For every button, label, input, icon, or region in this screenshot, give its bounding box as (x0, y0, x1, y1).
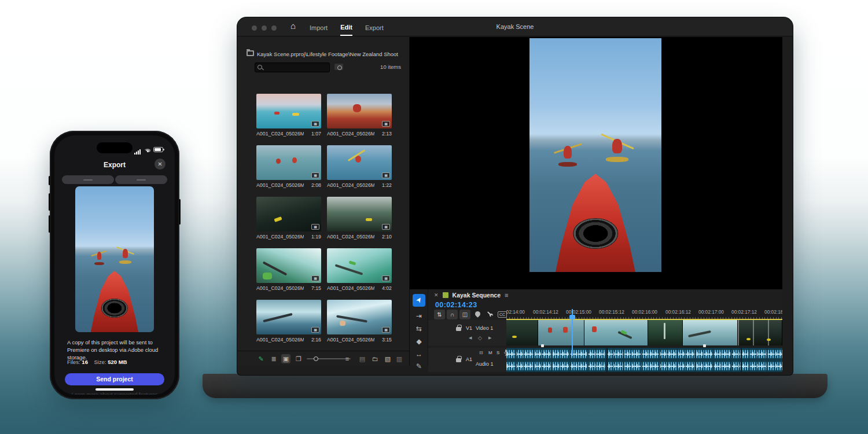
clip-duration: 2:08 (311, 182, 321, 188)
rectangle-tool[interactable]: ▭ (413, 373, 425, 375)
clip-thumbnail[interactable]: ▦ (327, 300, 392, 334)
audio-gain-badge-icon (541, 344, 544, 347)
clip-badge-icon: ▦ (311, 327, 319, 333)
add-keyframe-icon[interactable]: ◇ (478, 335, 482, 341)
media-panel-toolbar: ✎ ≣ ▣ ❐ ≡ ▤ 🗀 ▧ ▥ (237, 351, 409, 366)
video-track-name[interactable]: Video 1 (476, 325, 493, 331)
audio-track-id[interactable]: A1 (466, 356, 472, 362)
window-controls[interactable] (252, 25, 277, 31)
project-preview-image (75, 186, 154, 332)
ruler-label: 00:02:18:00 (764, 309, 782, 315)
slip-tool[interactable]: ↔ (413, 348, 425, 360)
edit-pencil-icon[interactable]: ✎ (256, 354, 266, 363)
clip-duration: 7:15 (311, 285, 321, 291)
window-close-dot[interactable] (252, 25, 257, 31)
razor-tool[interactable]: ◆ (413, 336, 425, 347)
sequence-menu-icon[interactable]: ≡ (505, 292, 508, 299)
list-view-icon[interactable]: ≣ (269, 354, 278, 363)
files-value: 16 (82, 359, 88, 365)
clip-name: A001_C024_05026M.RDC… (327, 285, 374, 291)
add-marker-icon[interactable] (474, 310, 481, 318)
ruler-label: 00:02:15:12 (599, 309, 624, 315)
audio-meter-icon[interactable]: ⊟ (479, 350, 483, 355)
tab-import[interactable]: Import (310, 19, 328, 35)
phone-screen: Export ✕ A copy of this project will be … (54, 135, 175, 395)
sequence-tab[interactable]: ✕ Kayak Sequence ≡ (434, 292, 508, 299)
close-sequence-icon[interactable]: ✕ (434, 292, 439, 298)
export-option-tab-left[interactable] (62, 175, 114, 184)
home-indicator[interactable] (95, 388, 134, 391)
track-select-forward-tool[interactable]: ⇥ (413, 310, 425, 322)
learn-more-link[interactable]: Learn more about supported features (54, 392, 175, 395)
clip-name: A001_C024_05026M.RDC… (256, 337, 304, 343)
clip-thumbnail[interactable]: ▦ (327, 94, 392, 128)
clip-badge-icon: ▦ (311, 121, 319, 127)
trash-icon[interactable]: ▥ (395, 354, 404, 363)
search-box (255, 62, 330, 72)
grid-view-icon[interactable]: ▣ (281, 354, 290, 363)
window-zoom-dot[interactable] (271, 25, 277, 31)
audio-track-name[interactable]: Audio 1 (476, 361, 494, 367)
ruler-label: 00:02:15:00 (566, 309, 591, 315)
timeline-ruler[interactable]: 00:02:14:00 00:02:14:12 00:02:15:00 00:0… (506, 308, 782, 319)
slider-handle[interactable] (314, 356, 318, 361)
new-folder-icon[interactable]: 🗀 (370, 354, 380, 363)
clip-thumbnail[interactable]: ▦ (256, 248, 321, 283)
phone-volume-down-button (49, 215, 50, 233)
lock-icon[interactable] (456, 358, 461, 362)
project-bin-icon[interactable] (247, 50, 254, 56)
search-input[interactable] (266, 63, 328, 72)
pen-tool[interactable]: ✎ (413, 361, 425, 372)
ruler-label: 00:02:16:12 (665, 309, 691, 315)
trim-mode-icon[interactable]: ⇅ (434, 310, 445, 319)
files-size-row: Files: 16 Size: 520 MB (67, 359, 127, 365)
send-project-button[interactable]: Send project (65, 373, 164, 385)
audio-track-content[interactable] (506, 348, 782, 372)
clip-duration: 2:10 (382, 234, 392, 240)
clip-card: ▦ A001_C024_05026M.RDC…7:15 (256, 248, 321, 291)
ripple-edit-tool[interactable]: ⇆ (413, 323, 425, 334)
capture-media-icon[interactable] (334, 64, 343, 70)
filmstrip-view-icon[interactable]: ❐ (294, 354, 303, 363)
captions-icon[interactable]: CC (498, 311, 507, 318)
clip-name: A001_C024_05026M.RDC… (256, 285, 304, 291)
app-titlebar: ⌂ Import Edit Export Kayak Scene (237, 17, 793, 36)
solo-button[interactable]: S (496, 350, 499, 355)
export-option-tab-right[interactable] (115, 175, 167, 184)
clip-thumbnail[interactable]: ▦ (327, 197, 392, 231)
tab-edit[interactable]: Edit (340, 19, 352, 36)
sort-icon[interactable]: ≡ (343, 354, 352, 363)
home-icon[interactable]: ⌂ (290, 21, 296, 31)
clip-thumbnail[interactable]: ▦ (256, 145, 321, 180)
timeline-settings-wrench-icon[interactable] (486, 311, 493, 318)
export-description: A copy of this project will be sent to P… (67, 339, 163, 361)
selection-tool[interactable]: ➤ (413, 294, 425, 307)
next-keyframe-icon[interactable]: ▶ (488, 336, 491, 340)
bin-icon[interactable]: ▤ (358, 354, 367, 363)
clip-duration: 3:15 (382, 337, 392, 343)
audio-track-header: A1 ⊟ M S Audio 1 (428, 348, 506, 372)
clip-thumbnail[interactable]: ▦ (327, 248, 392, 283)
linked-selection-icon[interactable]: ◫ (459, 310, 470, 319)
lock-icon[interactable] (456, 327, 461, 331)
phone-power-button (179, 199, 181, 225)
playhead[interactable] (572, 309, 573, 355)
mute-button[interactable]: M (488, 350, 492, 355)
video-track-content[interactable] (506, 320, 782, 345)
clip-thumbnail[interactable]: ▦ (327, 145, 392, 180)
window-minimize-dot[interactable] (262, 25, 267, 31)
breadcrumb[interactable]: Kayak Scene.prproj\Lifestyle Footage\New… (257, 51, 398, 57)
snap-magnet-icon[interactable]: ∩ (447, 310, 458, 319)
tab-export[interactable]: Export (365, 19, 384, 35)
clip-card: ▦ A001_C024_05026M.RDC…2:13 (327, 94, 392, 137)
clip-thumbnail[interactable]: ▦ (256, 300, 321, 334)
new-item-icon[interactable]: ▧ (383, 354, 392, 363)
previous-keyframe-icon[interactable]: ◀ (469, 336, 472, 340)
video-track-id[interactable]: V1 (466, 325, 472, 331)
clip-badge-icon: ▦ (382, 327, 390, 333)
clip-card: ▦ A001_C024_05026M.RDC…2:08 (256, 145, 321, 188)
clip-thumbnail[interactable]: ▦ (256, 197, 321, 231)
audio-clip-boundary (606, 348, 608, 372)
close-icon[interactable]: ✕ (155, 159, 165, 170)
clip-thumbnail[interactable]: ▦ (256, 94, 321, 128)
